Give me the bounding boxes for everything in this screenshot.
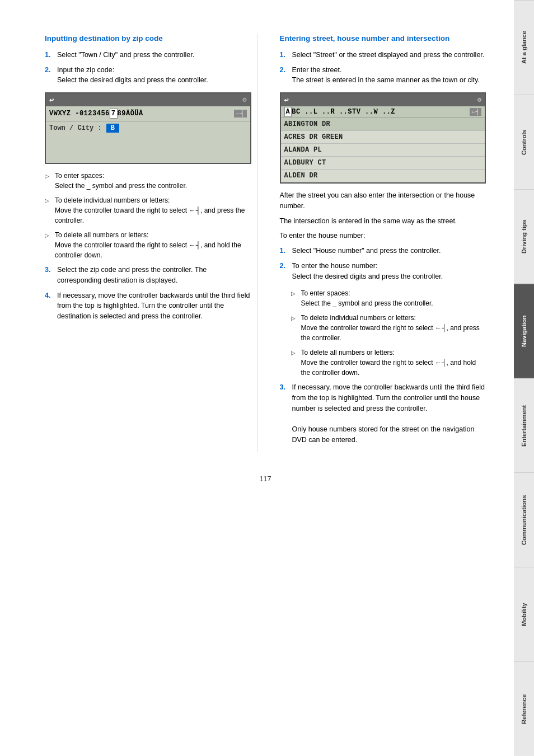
house-step-content-3: If necessary, move the controller backwa… — [292, 382, 486, 445]
nav-input-row-left: VWXYZ -0123456789ÄÖÜÄ ←┤ — [46, 106, 250, 121]
step-num-2: 2. — [45, 65, 55, 86]
nav-screen-right: ↩ ⚙ ABC ..L ..R ..STV ..W ..Z ←┤ ABINGTO… — [280, 92, 486, 184]
bullet-content-r2: To delete individual numbers or letters:… — [301, 313, 486, 343]
nav-field-row-left: Town / City : B — [46, 121, 250, 135]
house-step-content-2: To enter the house number: Select the de… — [292, 261, 486, 282]
bullet-arrow-1: ▷ — [45, 172, 53, 191]
page-number: 117 — [45, 475, 486, 483]
bullet-left-1: ▷ To enter spaces: Select the _ symbol a… — [45, 171, 251, 191]
bullet-right-1: ▷ To enter spaces: Select the _ symbol a… — [291, 288, 486, 308]
tab-communications[interactable]: Communications — [514, 472, 534, 567]
nav-chars-left: VWXYZ -0123456 — [49, 110, 110, 118]
step-content-2: Input the zip code: Select the desired d… — [57, 65, 251, 86]
nav-active-char-left: 7 — [110, 109, 118, 119]
house-steps-list: 1. Select "House number" and press the c… — [280, 246, 486, 281]
house-step-num-3: 3. — [280, 382, 290, 445]
nav-input-chars-right: ABC ..L ..R ..STV ..W ..Z — [284, 108, 396, 116]
bullet-content-1: To enter spaces: Select the _ symbol and… — [55, 171, 251, 191]
left-steps-continued: 3. Select the zip code and press the con… — [45, 265, 251, 322]
bullet-arrow-r2: ▷ — [291, 314, 299, 343]
nav-list-item-2: ACRES DR GREEN — [281, 131, 485, 144]
left-steps-list: 1. Select "Town / City" and press the co… — [45, 50, 251, 86]
nav-topbar-left: ↩ ⚙ — [46, 93, 250, 106]
house-step-3: 3. If necessary, move the controller bac… — [280, 382, 486, 445]
bullet-content-r1: To enter spaces: Select the _ symbol and… — [301, 288, 486, 308]
left-column: Inputting destination by zip code 1. Sel… — [45, 34, 257, 452]
nav-list-right: ABINGTON DR ACRES DR GREEN ALANDA PL ALD… — [281, 118, 485, 182]
tab-reference[interactable]: Reference — [514, 661, 534, 756]
nav-list-item-1: ABINGTON DR — [281, 118, 485, 131]
nav-enter-left: ←┤ — [234, 110, 246, 118]
house-step-num-2: 2. — [280, 261, 290, 282]
nav-list-item-3: ALANDA PL — [281, 144, 485, 157]
bullet-arrow-3: ▷ — [45, 231, 53, 260]
bullet-arrow-r1: ▷ — [291, 289, 299, 308]
right-step-num-1: 1. — [280, 50, 290, 60]
bullet-content-r3: To delete all numbers or letters: Move t… — [301, 348, 486, 378]
nav-chars-left-2: 89ÄÖÜÄ — [118, 110, 143, 118]
house-step-1: 1. Select "House number" and press the c… — [280, 246, 486, 256]
nav-list-item-4: ALDBURY CT — [281, 157, 485, 170]
tab-navigation[interactable]: Navigation — [514, 284, 534, 378]
settings-icon-right: ⚙ — [477, 96, 481, 104]
tab-controls[interactable]: Controls — [514, 95, 534, 189]
right-column: Entering street, house number and inters… — [274, 34, 486, 452]
field-value-left: B — [106, 124, 119, 133]
right-step-2: 2. Enter the street. The street is enter… — [280, 65, 486, 86]
nav-enter-right: ←┤ — [470, 108, 481, 116]
right-section-heading: Entering street, house number and inters… — [280, 34, 486, 44]
settings-icon-left: ⚙ — [242, 96, 246, 104]
tab-driving-tips[interactable]: Driving tips — [514, 189, 534, 284]
left-step-1: 1. Select "Town / City" and press the co… — [45, 50, 251, 60]
house-step-2: 2. To enter the house number: Select the… — [280, 261, 486, 282]
bullet-content-2: To delete individual numbers or letters:… — [55, 195, 251, 226]
bullet-left-2: ▷ To delete individual numbers or letter… — [45, 195, 251, 226]
bullet-arrow-r3: ▷ — [291, 349, 299, 378]
right-step-content-1: Select "Street" or the street displayed … — [292, 50, 486, 60]
tab-at-a-glance[interactable]: At a glance — [514, 0, 534, 95]
nav-screen-left: ↩ ⚙ VWXYZ -0123456789ÄÖÜÄ ←┤ Town / City… — [45, 92, 251, 164]
house-number-label: To enter the house number: — [280, 231, 486, 241]
step-content-3: Select the zip code and press the contro… — [57, 265, 251, 286]
step-num-1: 1. — [45, 50, 55, 60]
nav-list-item-5: ALDEN DR — [281, 170, 485, 182]
tab-entertainment[interactable]: Entertainment — [514, 378, 534, 473]
nav-list-input-right: ABC ..L ..R ..STV ..W ..Z ←┤ — [281, 106, 485, 118]
left-step-2: 2. Input the zip code: Select the desire… — [45, 65, 251, 86]
bullet-list-right: ▷ To enter spaces: Select the _ symbol a… — [291, 288, 486, 378]
tab-mobility[interactable]: Mobility — [514, 567, 534, 661]
after-screen-text: After the street you can also enter the … — [280, 190, 486, 212]
bullet-arrow-2: ▷ — [45, 196, 53, 226]
bullet-right-2: ▷ To delete individual numbers or letter… — [291, 313, 486, 343]
right-step-content-2: Enter the street. The street is entered … — [292, 65, 486, 86]
side-tabs: At a glance Controls Driving tips Naviga… — [514, 0, 534, 756]
field-label-left: Town / City : — [49, 124, 102, 132]
step-num-4: 4. — [45, 290, 55, 322]
bullet-list-left: ▷ To enter spaces: Select the _ symbol a… — [45, 171, 251, 260]
left-section-heading: Inputting destination by zip code — [45, 34, 251, 44]
house-steps-continued: 3. If necessary, move the controller bac… — [280, 382, 486, 445]
nav-topbar-right: ↩ ⚙ — [281, 93, 485, 106]
bullet-right-3: ▷ To delete all numbers or letters: Move… — [291, 348, 486, 378]
right-step-1: 1. Select "Street" or the street display… — [280, 50, 486, 60]
bullet-left-3: ▷ To delete all numbers or letters: Move… — [45, 230, 251, 260]
right-steps-list: 1. Select "Street" or the street display… — [280, 50, 486, 86]
step-content-4: If necessary, move the controller backwa… — [57, 290, 251, 322]
left-step-4: 4. If necessary, move the controller bac… — [45, 290, 251, 322]
two-column-layout: Inputting destination by zip code 1. Sel… — [45, 34, 486, 452]
intersection-text: The intersection is entered in the same … — [280, 216, 486, 227]
step-num-3: 3. — [45, 265, 55, 286]
bullet-content-3: To delete all numbers or letters: Move t… — [55, 230, 251, 260]
back-icon-left: ↩ — [49, 95, 54, 105]
left-step-3: 3. Select the zip code and press the con… — [45, 265, 251, 286]
house-step-num-1: 1. — [280, 246, 290, 256]
right-step-num-2: 2. — [280, 65, 290, 86]
main-content: Inputting destination by zip code 1. Sel… — [0, 0, 514, 756]
back-icon-right: ↩ — [284, 95, 289, 105]
house-step-content-1: Select "House number" and press the cont… — [292, 246, 486, 256]
step-content-1: Select "Town / City" and press the contr… — [57, 50, 251, 60]
